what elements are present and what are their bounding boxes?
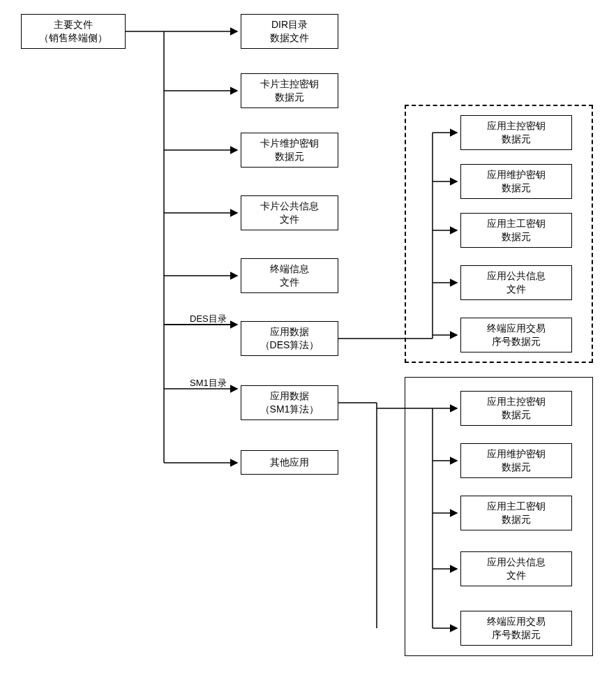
des-g3-line1: 应用主工密钥 [487, 217, 546, 230]
sm1-g3-line2: 数据元 [502, 513, 531, 526]
des-app-public-info: 应用公共信息 文件 [460, 265, 572, 300]
box-card-public-line1: 卡片公共信息 [260, 200, 319, 213]
box-app-data-des: 应用数据 （DES算法） [241, 321, 338, 356]
des-app-main-key: 应用主工密钥 数据元 [460, 213, 572, 248]
root-box: 主要文件 （销售终端侧） [21, 14, 126, 49]
box-card-public-info: 卡片公共信息 文件 [241, 195, 338, 230]
des-g5-line1: 终端应用交易 [487, 322, 546, 335]
box-card-master-line1: 卡片主控密钥 [260, 77, 319, 91]
des-g2-line1: 应用维护密钥 [487, 168, 546, 181]
sm1-g5-line1: 终端应用交易 [487, 615, 546, 628]
des-app-master-key: 应用主控密钥 数据元 [460, 115, 572, 150]
sm1-app-public-info: 应用公共信息 文件 [460, 551, 572, 586]
box-app-data-sm1: 应用数据 （SM1算法） [241, 385, 338, 420]
label-des-dir: DES目录 [190, 313, 227, 325]
box-des-line2: （DES算法） [260, 339, 320, 352]
sm1-app-master-key: 应用主控密钥 数据元 [460, 391, 572, 426]
box-card-maint-line1: 卡片维护密钥 [260, 137, 319, 150]
sm1-app-main-key: 应用主工密钥 数据元 [460, 496, 572, 530]
des-app-maint-key: 应用维护密钥 数据元 [460, 164, 572, 199]
des-g5-line2: 序号数据元 [492, 335, 541, 348]
des-g2-line2: 数据元 [502, 181, 531, 195]
box-card-maint-key: 卡片维护密钥 数据元 [241, 133, 338, 168]
root-line2: （销售终端侧） [39, 31, 107, 45]
box-card-master-key: 卡片主控密钥 数据元 [241, 73, 338, 108]
sm1-g1-line1: 应用主控密钥 [487, 395, 546, 408]
sm1-g2-line1: 应用维护密钥 [487, 447, 546, 461]
box-card-master-line2: 数据元 [275, 91, 304, 104]
sm1-app-maint-key: 应用维护密钥 数据元 [460, 443, 572, 478]
sm1-g4-line1: 应用公共信息 [487, 556, 546, 569]
box-sm1-line2: （SM1算法） [260, 403, 320, 416]
des-g4-line1: 应用公共信息 [487, 269, 546, 283]
des-term-trans-seq: 终端应用交易 序号数据元 [460, 318, 572, 352]
sm1-g5-line2: 序号数据元 [492, 628, 541, 641]
sm1-g3-line1: 应用主工密钥 [487, 500, 546, 513]
label-sm1-dir: SM1目录 [190, 377, 227, 389]
sm1-g1-line2: 数据元 [502, 408, 531, 422]
sm1-g4-line2: 文件 [506, 569, 526, 582]
box-terminal-line2: 文件 [280, 276, 299, 289]
box-dir-line1: DIR目录 [271, 18, 308, 31]
des-g1-line1: 应用主控密钥 [487, 119, 546, 133]
sm1-term-trans-seq: 终端应用交易 序号数据元 [460, 611, 572, 646]
box-other-line1: 其他应用 [270, 456, 309, 469]
box-terminal-line1: 终端信息 [270, 262, 309, 276]
des-g3-line2: 数据元 [502, 230, 531, 244]
box-card-maint-line2: 数据元 [275, 150, 304, 163]
box-dir-directory: DIR目录 数据文件 [241, 14, 338, 49]
box-des-line1: 应用数据 [270, 325, 309, 339]
diagram-container: 主要文件 （销售终端侧） DIR目录 数据文件 卡片主控密钥 数据元 卡片维护密… [14, 14, 602, 684]
root-line1: 主要文件 [54, 18, 93, 31]
box-dir-line2: 数据文件 [270, 31, 309, 45]
des-g1-line2: 数据元 [502, 133, 531, 146]
sm1-g2-line2: 数据元 [502, 461, 531, 474]
box-sm1-line1: 应用数据 [270, 389, 309, 403]
box-other-apps: 其他应用 [241, 450, 338, 475]
box-terminal-info: 终端信息 文件 [241, 258, 338, 293]
box-card-public-line2: 文件 [280, 213, 299, 226]
des-g4-line2: 文件 [506, 283, 526, 296]
